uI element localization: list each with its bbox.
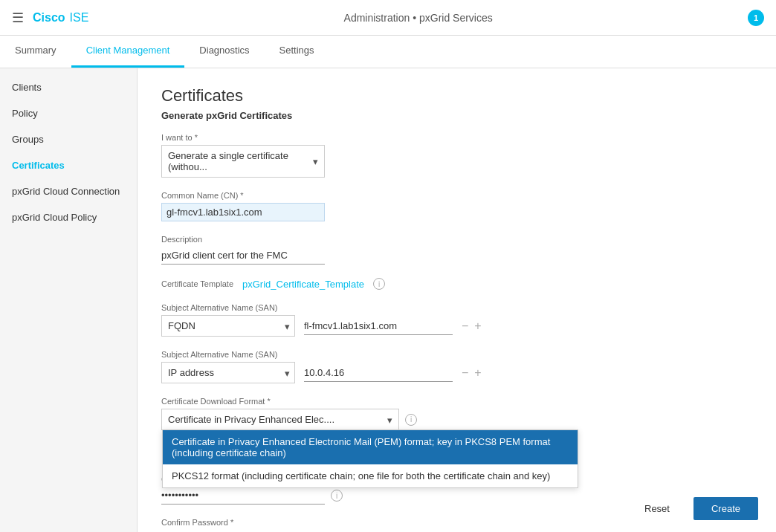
header: ☰ Cisco ISE Administration • pxGrid Serv…: [0, 0, 776, 36]
san-type-dropdown-1[interactable]: FQDN IP address ▾: [161, 315, 295, 337]
cert-password-input[interactable]: [161, 487, 325, 505]
san-type-select-2[interactable]: FQDN IP address: [162, 363, 294, 383]
tab-settings[interactable]: Settings: [265, 35, 329, 68]
san-remove-btn-2[interactable]: −: [462, 367, 468, 379]
common-name-input[interactable]: [161, 203, 325, 221]
footer: Reset Create: [612, 485, 776, 532]
san-row-1: FQDN IP address ▾ − +: [161, 315, 752, 337]
san-remove-btn-1[interactable]: −: [462, 320, 468, 332]
cert-template-link[interactable]: pxGrid_Certificate_Template: [242, 279, 364, 290]
tab-client-management[interactable]: Client Management: [71, 35, 185, 68]
san-group-1: Subject Alternative Name (SAN) FQDN IP a…: [161, 303, 752, 337]
common-name-label: Common Name (CN) *: [161, 191, 752, 200]
page-title: Certificates: [161, 86, 752, 106]
i-want-to-value: Generate a single certificate (withou...: [162, 146, 324, 177]
header-title: Administration • pxGrid Services: [344, 12, 493, 24]
sidebar-item-pxgrid-cloud-connection[interactable]: pxGrid Cloud Connection: [0, 178, 137, 204]
sidebar-item-certificates[interactable]: Certificates: [0, 152, 137, 178]
cert-download-row: Certificate in Privacy Enhanced Elec....…: [161, 409, 752, 430]
tab-summary[interactable]: Summary: [0, 35, 71, 68]
header-badge: 1: [748, 10, 764, 26]
san-value-input-1[interactable]: [304, 317, 453, 335]
sidebar-item-pxgrid-cloud-policy[interactable]: pxGrid Cloud Policy: [0, 204, 137, 230]
hamburger-icon[interactable]: ☰: [12, 10, 24, 26]
i-want-to-group: I want to * Generate a single certificat…: [161, 133, 752, 178]
san-value-input-2[interactable]: [304, 364, 453, 382]
common-name-group: Common Name (CN) *: [161, 191, 752, 221]
san-label-1: Subject Alternative Name (SAN): [161, 303, 752, 312]
san-group-2: Subject Alternative Name (SAN) FQDN IP a…: [161, 350, 752, 383]
cert-template-group: Certificate Template pxGrid_Certificate_…: [161, 278, 752, 290]
layout: Clients Policy Groups Certificates pxGri…: [0, 68, 776, 532]
section-title: Generate pxGrid Certificates: [161, 110, 752, 121]
brand: Cisco ISE: [33, 11, 88, 25]
cert-download-value: Certificate in Privacy Enhanced Elec....: [162, 409, 398, 429]
create-button[interactable]: Create: [693, 497, 758, 520]
san-controls-1: − +: [462, 320, 482, 332]
san-add-btn-2[interactable]: +: [474, 367, 481, 379]
brand-ise: ISE: [70, 11, 89, 25]
i-want-to-label: I want to *: [161, 133, 752, 142]
sidebar: Clients Policy Groups Certificates pxGri…: [0, 68, 138, 532]
description-input[interactable]: [161, 247, 325, 265]
sidebar-item-groups[interactable]: Groups: [0, 126, 137, 152]
sidebar-item-clients[interactable]: Clients: [0, 74, 137, 100]
san-add-btn-1[interactable]: +: [474, 320, 481, 332]
san-type-dropdown-2[interactable]: FQDN IP address ▾: [161, 362, 295, 383]
cert-option-pkcs12[interactable]: PKCS12 format (including certificate cha…: [163, 464, 578, 487]
san-controls-2: − +: [462, 367, 482, 379]
description-label: Description: [161, 235, 752, 244]
description-group: Description: [161, 235, 752, 265]
i-want-to-dropdown[interactable]: Generate a single certificate (withou...…: [161, 145, 325, 178]
cert-template-label: Certificate Template: [161, 279, 233, 288]
tab-diagnostics[interactable]: Diagnostics: [184, 35, 264, 68]
main-content: Certificates Generate pxGrid Certificate…: [138, 68, 776, 532]
cert-download-options: Certificate in Privacy Enhanced Electron…: [162, 429, 578, 488]
san-row-2: FQDN IP address ▾ − +: [161, 362, 752, 383]
cert-download-group: Certificate Download Format * Certificat…: [161, 397, 752, 430]
cert-option-pem[interactable]: Certificate in Privacy Enhanced Electron…: [163, 430, 578, 464]
cert-template-info-icon[interactable]: i: [373, 278, 385, 290]
cert-download-label: Certificate Download Format *: [161, 397, 752, 406]
cert-download-info-icon[interactable]: i: [405, 414, 417, 426]
header-left: ☰ Cisco ISE: [12, 10, 88, 26]
sidebar-item-policy[interactable]: Policy: [0, 100, 137, 126]
reset-button[interactable]: Reset: [630, 497, 685, 520]
top-nav: Summary Client Management Diagnostics Se…: [0, 36, 776, 68]
cert-download-dropdown[interactable]: Certificate in Privacy Enhanced Elec....…: [161, 409, 399, 430]
cert-password-info-icon[interactable]: i: [331, 490, 343, 502]
san-type-select-1[interactable]: FQDN IP address: [162, 316, 294, 336]
san-label-2: Subject Alternative Name (SAN): [161, 350, 752, 359]
brand-cisco: Cisco: [33, 11, 65, 25]
